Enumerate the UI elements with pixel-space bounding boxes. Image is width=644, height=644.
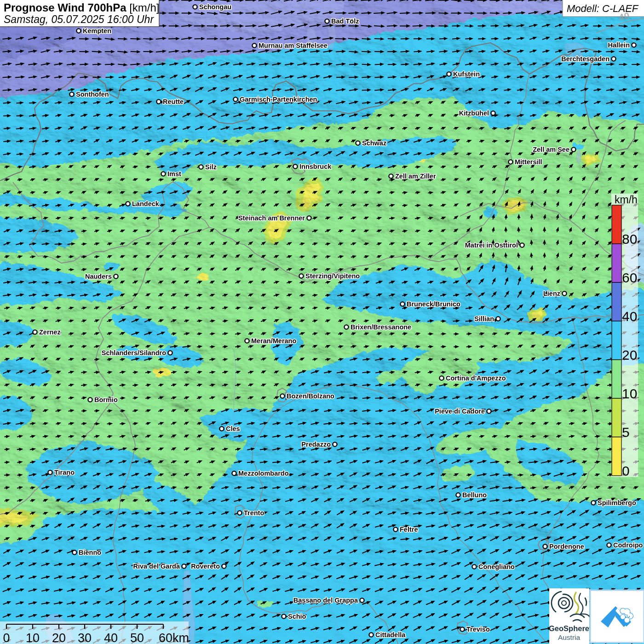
svg-text:Feltre: Feltre — [400, 526, 418, 533]
svg-text:Garmisch-Partenkirchen: Garmisch-Partenkirchen — [240, 96, 317, 103]
svg-text:Cittadella: Cittadella — [375, 631, 406, 638]
svg-text:Landeck: Landeck — [132, 200, 160, 207]
svg-text:Austria: Austria — [558, 633, 581, 641]
svg-text:40: 40 — [104, 631, 118, 644]
svg-text:Riva del Garda: Riva del Garda — [133, 563, 180, 570]
svg-text:Mittersill: Mittersill — [515, 158, 542, 166]
svg-text:Trento: Trento — [244, 509, 264, 517]
svg-text:Murnau am Staffelsee: Murnau am Staffelsee — [259, 42, 328, 49]
svg-text:20: 20 — [622, 347, 637, 362]
svg-text:60km: 60km — [159, 631, 189, 644]
svg-text:Matrei in Osttirol: Matrei in Osttirol — [465, 242, 518, 249]
svg-text:Prognose Wind 700hPa [km/h]: Prognose Wind 700hPa [km/h] — [4, 1, 160, 14]
svg-text:0: 0 — [622, 463, 630, 478]
svg-text:Nauders: Nauders — [85, 273, 112, 280]
svg-text:Innsbruck: Innsbruck — [299, 163, 332, 170]
svg-text:Bormio: Bormio — [94, 396, 118, 403]
svg-text:Hallein: Hallein — [608, 41, 630, 49]
svg-text:Schwaz: Schwaz — [362, 139, 386, 147]
svg-text:Tirano: Tirano — [54, 469, 75, 476]
svg-text:Schlanders/Silandro: Schlanders/Silandro — [102, 349, 166, 356]
svg-text:Schio: Schio — [288, 613, 306, 620]
svg-text:Rovereto: Rovereto — [191, 563, 220, 570]
svg-text:km/h: km/h — [615, 194, 638, 206]
svg-text:10: 10 — [26, 631, 40, 644]
svg-text:Cortina d'Ampezzo: Cortina d'Ampezzo — [446, 374, 506, 382]
svg-text:Imst: Imst — [167, 170, 181, 178]
svg-text:Samstag, 05.07.2025 16:00 Uhr: Samstag, 05.07.2025 16:00 Uhr — [4, 13, 154, 25]
svg-text:Sillian: Sillian — [474, 315, 494, 322]
svg-text:Bassano del Grappa: Bassano del Grappa — [293, 597, 358, 604]
svg-text:0: 0 — [3, 631, 10, 644]
svg-text:Silz: Silz — [205, 163, 217, 171]
svg-text:30: 30 — [78, 631, 92, 644]
svg-text:Treviso: Treviso — [466, 626, 490, 633]
svg-text:Conegliano: Conegliano — [478, 563, 515, 570]
svg-text:Brixen/Bressanone: Brixen/Bressanone — [351, 323, 411, 331]
svg-text:Codroipo: Codroipo — [613, 541, 643, 549]
svg-text:Kufstein: Kufstein — [453, 70, 480, 78]
svg-text:Predazzo: Predazzo — [301, 441, 331, 448]
svg-text:50: 50 — [130, 631, 144, 644]
svg-text:Kitzbühel: Kitzbühel — [459, 109, 489, 117]
svg-text:Zell am See: Zell am See — [533, 146, 569, 153]
svg-text:Steinach am Brenner: Steinach am Brenner — [238, 214, 305, 222]
svg-text:20: 20 — [52, 631, 66, 644]
svg-text:5: 5 — [622, 425, 630, 440]
svg-text:Belluno: Belluno — [462, 491, 487, 499]
svg-text:Spilimbergo: Spilimbergo — [598, 499, 636, 506]
svg-text:Sonthofen: Sonthofen — [76, 91, 109, 98]
svg-text:GeoSphere: GeoSphere — [549, 624, 589, 632]
svg-text:Mezzolombardo: Mezzolombardo — [238, 470, 289, 477]
svg-text:Meran/Merano: Meran/Merano — [251, 337, 296, 345]
svg-text:Bozen/Bolzano: Bozen/Bolzano — [287, 392, 334, 400]
svg-text:Sterzing/Vipiteno: Sterzing/Vipiteno — [305, 272, 360, 280]
svg-text:Lienz: Lienz — [543, 290, 560, 297]
svg-text:60: 60 — [622, 270, 637, 285]
svg-text:Pieve di Cadore: Pieve di Cadore — [435, 408, 485, 415]
svg-text:Zell am Ziller: Zell am Ziller — [395, 172, 436, 180]
svg-text:Zernez: Zernez — [39, 328, 61, 336]
svg-text:Cles: Cles — [226, 425, 240, 432]
svg-text:Kempten: Kempten — [83, 27, 111, 34]
svg-text:Bruneck/Brunico: Bruneck/Brunico — [407, 300, 460, 308]
svg-text:Reutte: Reutte — [163, 98, 184, 105]
svg-text:40: 40 — [622, 309, 637, 324]
svg-text:Pordenone: Pordenone — [549, 543, 584, 550]
svg-text:Bad Tölz: Bad Tölz — [331, 17, 359, 25]
svg-text:Schongau: Schongau — [199, 3, 231, 11]
svg-text:80: 80 — [622, 231, 637, 247]
svg-text:10: 10 — [622, 386, 637, 401]
svg-text:Bienno: Bienno — [79, 549, 101, 556]
svg-text:Berchtesgaden: Berchtesgaden — [561, 55, 610, 63]
